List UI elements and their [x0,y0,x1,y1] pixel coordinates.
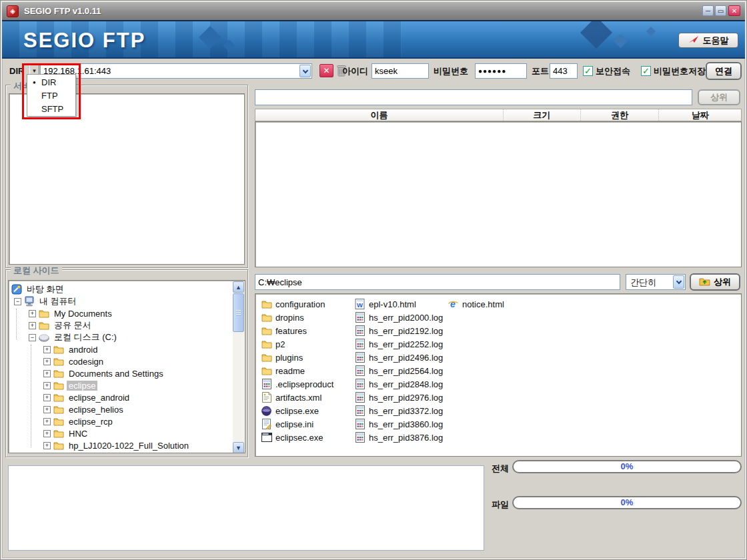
expand-icon[interactable]: + [43,442,51,449]
tree-item-label[interactable]: eclipse_android [67,393,131,403]
tree-item-label[interactable]: eclipse_rcp [67,417,115,427]
expand-icon[interactable]: + [43,370,51,377]
secure-connection-checkbox[interactable]: ✓ [583,66,593,76]
password-field[interactable] [475,63,527,79]
title-bar[interactable]: ◈ SEGIO FTP v1.0.11 ─ ▭ ✕ [2,2,745,20]
tree-item-label[interactable]: HNC [67,429,89,439]
file-item[interactable]: dropins [261,311,333,324]
tree-item[interactable]: +android [10,343,232,355]
file-item[interactable]: hs_err_pid3876.log [354,431,443,444]
address-dropdown-arrow-icon[interactable] [299,65,311,77]
file-item[interactable]: artifacts.xml [261,391,333,404]
file-item[interactable]: hs_err_pid2496.log [354,351,443,364]
tree-item[interactable]: +HNC [10,427,232,439]
file-item[interactable]: hs_err_pid2000.log [354,311,443,324]
expand-icon[interactable]: + [43,406,51,413]
local-file-list[interactable]: configurationdropinsfeaturesp2pluginsrea… [255,293,742,457]
tree-item[interactable]: +codesign [10,355,232,367]
server-path-input[interactable] [255,90,692,105]
file-item[interactable]: plugins [261,351,333,364]
expand-icon[interactable]: + [43,346,51,353]
local-up-button[interactable]: 상위 [690,273,740,291]
tree-item[interactable]: +Documents and Settings [10,367,232,379]
file-item[interactable]: eclipse.ini [261,417,333,431]
scroll-down-icon[interactable]: ▼ [233,442,244,453]
tree-item[interactable]: +My Documents [10,307,232,319]
port-field[interactable] [550,63,578,79]
maximize-button[interactable]: ▭ [715,5,726,16]
tree-item-label[interactable]: eclipse_helios [67,405,125,415]
column-header-2[interactable]: 권한 [580,109,659,121]
file-item[interactable]: hs_err_pid2848.log [354,377,443,391]
tree-item-label[interactable]: 바탕 화면 [25,283,66,295]
file-item[interactable]: hs_err_pid2564.log [354,364,443,377]
id-field[interactable] [371,63,429,79]
scroll-up-icon[interactable]: ▲ [233,281,244,293]
file-item[interactable]: enotice.html [448,297,504,311]
tree-item-label[interactable]: android [67,345,99,355]
tree-item-label[interactable]: 공유 문서 [52,319,93,331]
view-mode-dropdown-arrow-icon[interactable] [673,275,684,289]
delete-address-button[interactable]: ✕ [319,64,333,77]
tree-scrollbar[interactable]: ▲ ▼ [233,281,244,453]
file-item[interactable]: features [261,324,333,337]
file-item[interactable]: Wepl-v10.html [354,297,443,311]
file-item[interactable]: hs_err_pid3860.log [354,417,443,431]
id-input[interactable] [372,64,428,78]
column-header-0[interactable]: 이름 [255,109,503,121]
collapse-icon[interactable]: − [29,334,36,341]
tree-item[interactable]: +hp_LJ1020-1022_Full_Solution [10,439,232,451]
expand-icon[interactable]: + [29,322,36,329]
minimize-button[interactable]: ─ [702,5,714,16]
tree-item[interactable]: −내 컴퓨터 [10,295,232,307]
tree-item[interactable]: +eclipse_android [10,391,232,403]
close-button[interactable]: ✕ [728,5,740,16]
file-item[interactable]: readme [261,364,333,377]
save-password-checkbox[interactable]: ✓ [641,66,651,76]
tree-item-label[interactable]: hp_LJ1020-1022_Full_Solution [67,441,191,451]
address-combobox[interactable] [40,63,312,79]
file-item[interactable]: hs_err_pid2252.log [354,337,443,351]
file-item[interactable]: eclipse.exe [261,404,333,417]
file-item[interactable]: hs_err_pid2192.log [354,324,443,337]
transfer-log-box[interactable] [8,465,484,551]
menu-item-dir[interactable]: ●DIR [27,75,75,89]
menu-item-sftp[interactable]: SFTP [27,102,75,115]
connect-button[interactable]: 연결 [706,62,742,80]
expand-icon[interactable]: + [29,310,36,317]
file-item[interactable]: hs_err_pid2976.log [354,391,443,404]
local-path-field[interactable] [255,274,620,290]
server-up-button[interactable]: 상위 [698,89,740,105]
column-header-1[interactable]: 크기 [503,109,580,121]
scrollbar-thumb[interactable] [233,293,244,332]
file-item[interactable]: eclipsec.exe [261,431,333,444]
expand-icon[interactable]: + [43,382,51,389]
server-file-list[interactable] [255,121,742,267]
file-item[interactable]: hs_err_pid3372.log [354,404,443,417]
tree-item[interactable]: −로컬 디스크 (C:) [10,331,232,343]
file-item[interactable]: p2 [261,337,333,351]
address-input[interactable] [41,64,298,78]
server-path-field[interactable] [255,89,692,105]
local-tree[interactable]: 바탕 화면−내 컴퓨터+My Documents+공유 문서−로컬 디스크 (C… [8,280,245,453]
tree-item[interactable]: +공유 문서 [10,319,232,331]
expand-icon[interactable]: + [43,394,51,401]
local-path-input[interactable] [255,275,620,289]
collapse-icon[interactable]: − [14,298,21,305]
menu-item-ftp[interactable]: FTP [27,89,75,102]
expand-icon[interactable]: + [43,418,51,425]
tree-item[interactable]: +eclipse_rcp [10,415,232,427]
expand-icon[interactable]: + [43,430,51,437]
file-item[interactable]: configuration [261,297,333,311]
file-item[interactable]: .eclipseproduct [261,377,333,391]
server-tree-area[interactable] [9,93,245,265]
view-mode-combobox[interactable]: 간단히 [626,274,686,290]
tree-item-label[interactable]: 로컬 디스크 (C:) [52,331,119,343]
tree-item-label[interactable]: codesign [67,357,105,367]
expand-icon[interactable]: + [43,358,51,365]
tree-item-label[interactable]: 내 컴퓨터 [37,295,79,307]
tree-item[interactable]: 바탕 화면 [10,283,232,295]
column-header-3[interactable]: 날짜 [658,109,741,121]
tree-item-label[interactable]: My Documents [52,309,114,319]
tree-item-label[interactable]: eclipse [67,381,97,391]
